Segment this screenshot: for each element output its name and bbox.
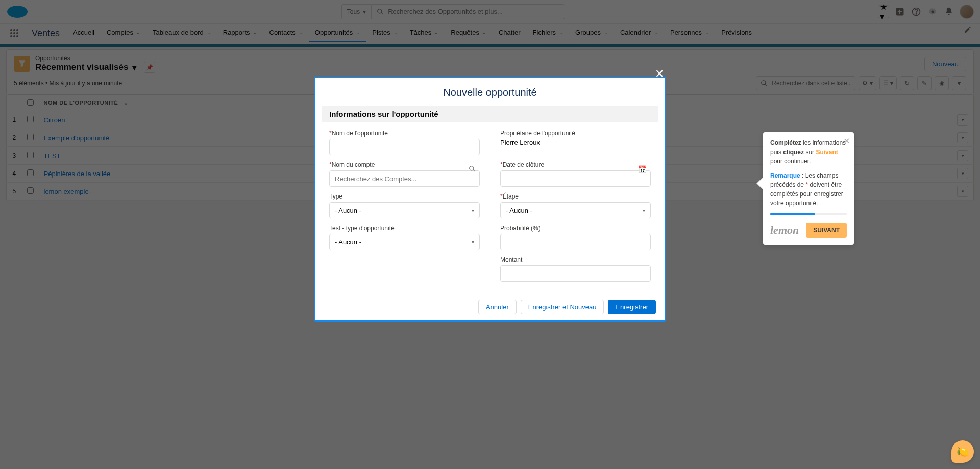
field-close-date: *Date de clôture 📅 (500, 161, 651, 187)
cancel-button[interactable]: Annuler (478, 300, 517, 314)
caret-down-icon: ▾ (472, 239, 474, 245)
field-test-type: Test - type d'opportunité - Aucun -▾ (329, 225, 480, 250)
stage-select[interactable]: - Aucun -▾ (500, 202, 651, 218)
owner-value: Pierre Leroux (500, 139, 651, 146)
caret-down-icon: ▾ (472, 208, 474, 213)
field-owner: Propriétaire de l'opportunité Pierre Ler… (500, 130, 651, 155)
field-stage: *Étape - Aucun -▾ (500, 193, 651, 218)
close-icon[interactable]: ✕ (653, 67, 666, 81)
modal-footer: Annuler Enregistrer et Nouveau Enregistr… (315, 293, 665, 320)
calendar-icon[interactable]: 📅 (638, 165, 647, 174)
account-lookup-input[interactable] (329, 170, 480, 187)
popover-text-1: Complétez les informations puis cliquez … (770, 138, 847, 166)
field-probability: Probabilité (%) (500, 225, 651, 250)
lemon-help-bubble[interactable]: 🍋 (951, 440, 974, 463)
search-icon (469, 165, 476, 172)
modal-title: Nouvelle opportunité (315, 78, 665, 106)
section-heading: Informations sur l'opportunité (322, 106, 658, 122)
field-opp-name: *Nom de l'opportunité (329, 130, 480, 155)
save-and-new-button[interactable]: Enregistrer et Nouveau (521, 300, 604, 314)
close-icon[interactable]: ✕ (843, 136, 850, 146)
popover-text-2: Remarque : Les champs précédés de * doiv… (770, 171, 847, 208)
new-opportunity-modal: ✕ Nouvelle opportunité Informations sur … (314, 77, 666, 322)
close-date-input[interactable] (500, 170, 651, 187)
opp-name-input[interactable] (329, 139, 480, 155)
lemon-logo: lemon (770, 224, 799, 237)
guidance-popover: ✕ Complétez les informations puis clique… (763, 132, 854, 245)
probability-input[interactable] (500, 234, 651, 250)
test-type-select[interactable]: - Aucun -▾ (329, 234, 480, 250)
field-type: Type - Aucun -▾ (329, 193, 480, 218)
next-button[interactable]: SUIVANT (806, 223, 847, 238)
caret-down-icon: ▾ (643, 208, 645, 213)
field-amount: Montant (500, 256, 651, 282)
save-button[interactable]: Enregistrer (608, 300, 656, 314)
field-account: *Nom du compte (329, 161, 480, 187)
type-select[interactable]: - Aucun -▾ (329, 202, 480, 218)
progress-bar (770, 213, 847, 215)
amount-input[interactable] (500, 265, 651, 282)
